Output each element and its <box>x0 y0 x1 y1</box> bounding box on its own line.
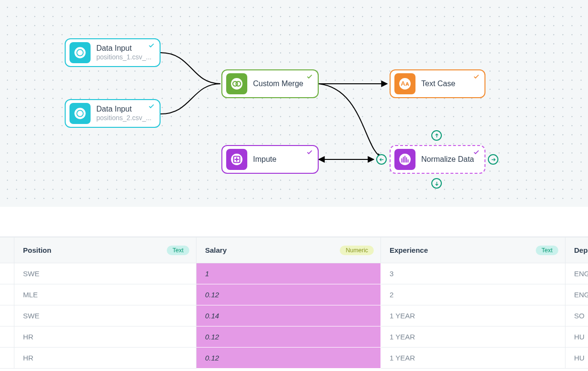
node-subtitle: positions_2.csv_... <box>96 114 151 123</box>
column-header-experience[interactable]: Experience Text <box>381 237 565 263</box>
cell-salary: 0.14 <box>196 305 381 326</box>
cell-salary: 0.12 <box>196 348 381 369</box>
column-header-salary[interactable]: Salary Numeric <box>196 237 381 263</box>
check-icon <box>306 73 313 82</box>
cell-salary: 0.12 <box>196 284 381 305</box>
node-normalize-data[interactable]: Normalize Data <box>390 145 485 174</box>
cell-department: HU <box>565 348 588 369</box>
node-text-case[interactable]: Aᴀ Text Case <box>390 69 485 98</box>
column-label: Dep <box>574 246 588 254</box>
node-title: Impute <box>253 155 277 164</box>
normalize-icon <box>394 149 415 170</box>
cell-position: HR <box>14 326 196 348</box>
cell-position: HR <box>14 348 196 369</box>
merge-icon <box>226 73 247 94</box>
cell-salary: 1 <box>196 263 381 284</box>
handle-down-icon[interactable] <box>431 178 442 189</box>
node-title: Text Case <box>421 79 455 89</box>
check-icon <box>148 103 155 112</box>
cell-department: ENG <box>565 263 588 284</box>
data-input-icon <box>69 103 91 124</box>
column-label: Salary <box>205 246 227 254</box>
svg-point-2 <box>77 50 83 56</box>
cell-position: SWE <box>14 305 196 326</box>
type-badge: Numeric <box>340 246 374 255</box>
column-header-position[interactable]: Position Text <box>14 237 196 263</box>
cell-experience: 2 <box>381 284 565 305</box>
cell-experience: 1 YEAR <box>381 348 565 369</box>
table-row[interactable]: SWE13ENG <box>0 263 588 284</box>
table-header-row: Position Text Salary Numeric Experience … <box>0 237 588 263</box>
node-subtitle: positions_1.csv_... <box>96 53 151 62</box>
node-title: Data Input <box>96 44 151 53</box>
cell-experience: 1 YEAR <box>381 305 565 326</box>
cell-salary: 0.12 <box>196 326 381 348</box>
table-row[interactable]: HR0.121 YEARHU <box>0 348 588 369</box>
check-icon <box>306 149 313 157</box>
node-title: Custom Merge <box>253 79 303 89</box>
column-label: Position <box>23 246 51 254</box>
cell-department: ENG <box>565 284 588 305</box>
node-custom-merge[interactable]: Custom Merge <box>221 69 319 98</box>
node-title: Normalize Data <box>421 155 474 164</box>
check-icon <box>473 149 480 157</box>
node-data-input-2[interactable]: Data Input positions_2.csv_... <box>65 99 161 128</box>
data-preview-table: Position Text Salary Numeric Experience … <box>0 236 588 369</box>
workflow-canvas[interactable]: Data Input positions_1.csv_... Data Inpu… <box>0 0 588 207</box>
handle-right-icon[interactable] <box>488 154 498 165</box>
cell-position: MLE <box>14 284 196 305</box>
handle-up-icon[interactable] <box>431 130 442 141</box>
node-data-input-1[interactable]: Data Input positions_1.csv_... <box>65 38 161 67</box>
cell-experience: 1 YEAR <box>381 326 565 348</box>
check-icon <box>473 73 480 82</box>
column-header-department[interactable]: Dep <box>565 237 588 263</box>
data-input-icon <box>69 42 91 63</box>
handle-left-icon[interactable] <box>376 154 387 165</box>
table-row[interactable]: MLE0.122ENG <box>0 284 588 305</box>
text-case-icon: Aᴀ <box>394 73 415 94</box>
svg-text:Aᴀ: Aᴀ <box>401 80 409 87</box>
table-row[interactable]: HR0.121 YEARHU <box>0 326 588 348</box>
svg-point-5 <box>77 111 83 116</box>
type-badge: Text <box>167 246 189 255</box>
node-impute[interactable]: Impute <box>221 145 319 174</box>
table-row[interactable]: SWE0.141 YEARSO <box>0 305 588 326</box>
cell-experience: 3 <box>381 263 565 284</box>
node-title: Data Input <box>96 104 151 114</box>
cell-position: SWE <box>14 263 196 284</box>
cell-department: SO <box>565 305 588 326</box>
impute-icon <box>226 149 247 170</box>
type-badge: Text <box>536 246 558 255</box>
cell-department: HU <box>565 326 588 348</box>
column-label: Experience <box>390 246 428 254</box>
check-icon <box>148 42 155 51</box>
